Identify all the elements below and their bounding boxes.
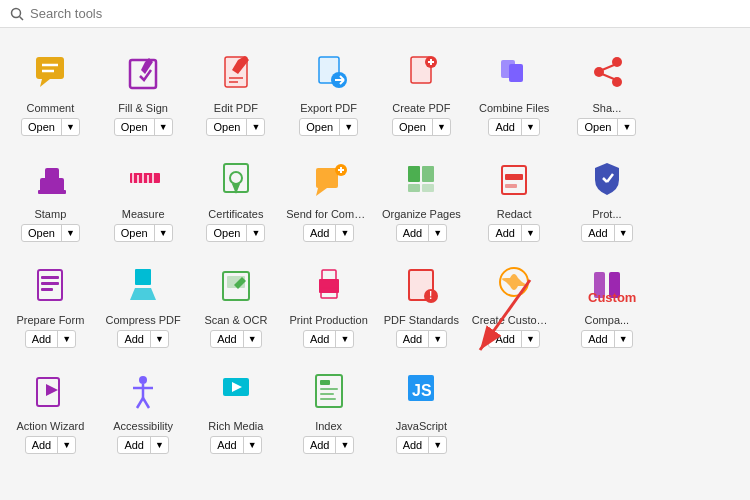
svg-rect-40 [316, 168, 338, 188]
export-pdf-button[interactable]: Open▼ [299, 118, 358, 136]
prot-btn-label: Add [582, 225, 615, 241]
tool-item-redact[interactable]: RedactAdd▼ [468, 144, 561, 250]
tool-item-send-comments[interactable]: Send for CommentsAdd▼ [282, 144, 375, 250]
rich-media-button[interactable]: Add▼ [210, 436, 262, 454]
javascript-btn-arrow[interactable]: ▼ [429, 438, 446, 452]
redact-button[interactable]: Add▼ [488, 224, 540, 242]
tool-item-rich-media[interactable]: Rich MediaAdd▼ [190, 356, 283, 462]
measure-btn-arrow[interactable]: ▼ [155, 226, 172, 240]
print-production-btn-arrow[interactable]: ▼ [336, 332, 353, 346]
tool-item-blank6 [653, 356, 746, 462]
pdf-standards-button[interactable]: Add▼ [396, 330, 448, 348]
print-production-label: Print Production [286, 314, 371, 326]
tool-item-blank5 [561, 356, 654, 462]
redact-btn-arrow[interactable]: ▼ [522, 226, 539, 240]
tool-item-organize-pages[interactable]: Organize PagesAdd▼ [375, 144, 468, 250]
tool-item-index[interactable]: IndexAdd▼ [282, 356, 375, 462]
svg-rect-46 [422, 166, 434, 182]
edit-pdf-btn-arrow[interactable]: ▼ [247, 120, 264, 134]
tool-item-action-wizard[interactable]: Action WizardAdd▼ [4, 356, 97, 462]
organize-pages-btn-arrow[interactable]: ▼ [429, 226, 446, 240]
tool-item-stamp[interactable]: StampOpen▼ [4, 144, 97, 250]
send-comments-btn-label: Add [304, 225, 337, 241]
create-pdf-button[interactable]: Open▼ [392, 118, 451, 136]
combine-files-icon [490, 48, 538, 96]
export-pdf-btn-arrow[interactable]: ▼ [340, 120, 357, 134]
prepare-form-button[interactable]: Add▼ [25, 330, 77, 348]
tool-item-comment[interactable]: CommentOpen▼ [4, 38, 97, 144]
tool-item-prot[interactable]: Prot...Add▼ [561, 144, 654, 250]
index-button[interactable]: Add▼ [303, 436, 355, 454]
create-custom-button[interactable]: Add▼ [488, 330, 540, 348]
tool-item-accessibility[interactable]: AccessibilityAdd▼ [97, 356, 190, 462]
redact-icon [490, 154, 538, 202]
svg-marker-41 [316, 188, 327, 196]
tool-item-scan-ocr[interactable]: Scan & OCRAdd▼ [190, 250, 283, 356]
stamp-btn-label: Open [22, 225, 62, 241]
svg-rect-81 [320, 380, 330, 385]
accessibility-button[interactable]: Add▼ [117, 436, 169, 454]
measure-button[interactable]: Open▼ [114, 224, 173, 242]
print-production-button[interactable]: Add▼ [303, 330, 355, 348]
tool-item-compress-pdf[interactable]: Compress PDFAdd▼ [97, 250, 190, 356]
svg-line-1 [20, 16, 24, 20]
prot-btn-arrow[interactable]: ▼ [615, 226, 632, 240]
create-pdf-btn-arrow[interactable]: ▼ [433, 120, 450, 134]
fill-sign-btn-arrow[interactable]: ▼ [155, 120, 172, 134]
javascript-button[interactable]: Add▼ [396, 436, 448, 454]
tool-item-prepare-form[interactable]: Prepare FormAdd▼ [4, 250, 97, 356]
tool-item-create-pdf[interactable]: Create PDFOpen▼ [375, 38, 468, 144]
certificates-btn-arrow[interactable]: ▼ [247, 226, 264, 240]
stamp-button[interactable]: Open▼ [21, 224, 80, 242]
pdf-standards-btn-arrow[interactable]: ▼ [429, 332, 446, 346]
send-comments-btn-arrow[interactable]: ▼ [336, 226, 353, 240]
tool-item-pdf-standards[interactable]: !PDF StandardsAdd▼ [375, 250, 468, 356]
comment-btn-arrow[interactable]: ▼ [62, 120, 79, 134]
combine-files-btn-arrow[interactable]: ▼ [522, 120, 539, 134]
action-wizard-btn-arrow[interactable]: ▼ [58, 438, 75, 452]
redact-btn-label: Add [489, 225, 522, 241]
tool-item-combine-files[interactable]: Combine FilesAdd▼ [468, 38, 561, 144]
compress-pdf-button[interactable]: Add▼ [117, 330, 169, 348]
send-comments-button[interactable]: Add▼ [303, 224, 355, 242]
send-comments-label: Send for Comments [286, 208, 371, 220]
accessibility-btn-arrow[interactable]: ▼ [151, 438, 168, 452]
tool-item-javascript[interactable]: JSJavaScriptAdd▼ [375, 356, 468, 462]
rich-media-icon [212, 366, 260, 414]
create-custom-btn-arrow[interactable]: ▼ [522, 332, 539, 346]
compress-pdf-btn-arrow[interactable]: ▼ [151, 332, 168, 346]
tool-item-share[interactable]: Sha...Open▼ [561, 38, 654, 144]
action-wizard-button[interactable]: Add▼ [25, 436, 77, 454]
measure-icon [119, 154, 167, 202]
print-production-btn-label: Add [304, 331, 337, 347]
prot-button[interactable]: Add▼ [581, 224, 633, 242]
edit-pdf-button[interactable]: Open▼ [206, 118, 265, 136]
certificates-button[interactable]: Open▼ [206, 224, 265, 242]
stamp-btn-arrow[interactable]: ▼ [62, 226, 79, 240]
tool-item-fill-sign[interactable]: Fill & SignOpen▼ [97, 38, 190, 144]
share-label: Sha... [565, 102, 650, 114]
combine-files-button[interactable]: Add▼ [488, 118, 540, 136]
svg-rect-56 [41, 282, 59, 285]
fill-sign-button[interactable]: Open▼ [114, 118, 173, 136]
tool-item-certificates[interactable]: CertificatesOpen▼ [190, 144, 283, 250]
tool-item-create-custom[interactable]: Create Custom ToolAdd▼ [468, 250, 561, 356]
index-btn-arrow[interactable]: ▼ [336, 438, 353, 452]
organize-pages-button[interactable]: Add▼ [396, 224, 448, 242]
tool-item-measure[interactable]: MeasureOpen▼ [97, 144, 190, 250]
share-btn-arrow[interactable]: ▼ [618, 120, 635, 134]
comment-button[interactable]: Open▼ [21, 118, 80, 136]
compa-btn-arrow[interactable]: ▼ [615, 332, 632, 346]
tool-item-edit-pdf[interactable]: Edit PDFOpen▼ [190, 38, 283, 144]
share-button[interactable]: Open▼ [577, 118, 636, 136]
tool-item-print-production[interactable]: Print ProductionAdd▼ [282, 250, 375, 356]
rich-media-btn-arrow[interactable]: ▼ [244, 438, 261, 452]
search-input[interactable] [30, 6, 230, 21]
tool-item-export-pdf[interactable]: Export PDFOpen▼ [282, 38, 375, 144]
scan-ocr-btn-arrow[interactable]: ▼ [244, 332, 261, 346]
compa-button[interactable]: Add▼ [581, 330, 633, 348]
export-pdf-btn-label: Open [300, 119, 340, 135]
search-icon [10, 7, 24, 21]
prepare-form-btn-arrow[interactable]: ▼ [58, 332, 75, 346]
scan-ocr-button[interactable]: Add▼ [210, 330, 262, 348]
